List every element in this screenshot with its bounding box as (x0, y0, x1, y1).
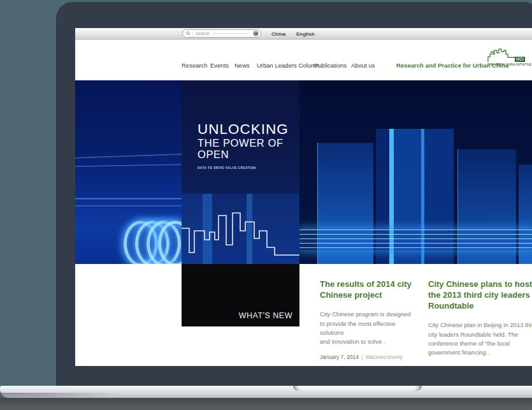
hero-title-line2: THE POWER OF OPEN (198, 137, 299, 161)
ground-shadow (0, 398, 532, 410)
article-date: January 7, 2014 (320, 354, 359, 360)
lang-china-link[interactable]: China (271, 31, 285, 37)
article-category-link[interactable]: Macroeconomy (366, 354, 403, 360)
article-card: City Chinese plans to host the 2013 thir… (428, 279, 532, 366)
hero-slide-panel: UNLOCKING THE POWER OF OPEN DATA TO DRIV… (182, 80, 299, 264)
whats-new-panel: WHAT'S NEW (182, 264, 299, 326)
article-title-link[interactable]: City Chinese plans to host the 2013 thir… (428, 279, 532, 311)
search-icon (186, 31, 191, 36)
hero-image-left (75, 80, 182, 264)
hero-image-right (299, 80, 532, 264)
meta-separator: | (360, 354, 364, 360)
language-switcher: China · English (271, 28, 315, 40)
article-excerpt: City Chinese plan in Beijing in 2013 thi… (428, 321, 532, 357)
logo-name: THE URBAN CHINA INITIATIVE (487, 63, 532, 66)
search-divider: | (192, 31, 194, 36)
lang-english-link[interactable]: English (296, 31, 315, 37)
nav-item-news[interactable]: News (234, 62, 250, 69)
website: Research Events News Urban Leaders Colum… (75, 40, 532, 366)
article-excerpt: City Chinese program is designed to prov… (320, 310, 421, 346)
hero-title-line1: UNLOCKING (198, 122, 299, 137)
whats-new-heading: WHAT'S NEW (239, 311, 299, 326)
article-meta: January 7, 2014 | Macroeconomy (320, 354, 421, 360)
browser-toolbar: | Search China · English (75, 28, 532, 40)
nav-item-about-us[interactable]: About us (351, 62, 375, 69)
laptop-mockup: | Search China · English Research Events… (0, 0, 532, 410)
search-go-button[interactable] (253, 31, 259, 36)
article-excerpt: More than 20 city experts attended the m… (428, 364, 532, 366)
nav-item-events[interactable]: Events (210, 62, 229, 69)
logo-acronym: UCI (515, 57, 525, 62)
hero-subtitle: DATA TO DRIVE VALUE CREATION (198, 166, 299, 170)
uci-logo[interactable]: UCI THE URBAN CHINA INITIATIVE (487, 48, 532, 66)
lang-separator: · (290, 31, 292, 37)
city-skyline-outline-icon (182, 212, 299, 264)
nav-item-research[interactable]: Research (182, 62, 208, 69)
article-title-link[interactable]: The results of 2014 city Chinese project (320, 279, 421, 300)
light-streaks (299, 230, 532, 250)
screen-content: | Search China · English Research Events… (75, 28, 532, 366)
nav-item-publications[interactable]: Publications (314, 62, 347, 69)
laptop-lid-notch (293, 386, 422, 391)
search-input[interactable]: | Search (182, 29, 261, 38)
article-card: The results of 2014 city Chinese project… (320, 279, 421, 366)
search-placeholder: Search (196, 31, 210, 36)
hero-text: UNLOCKING THE POWER OF OPEN DATA TO DRIV… (198, 122, 299, 170)
logo-skyline-icon (487, 48, 517, 62)
search-dotted-leader (213, 33, 249, 34)
nav-item-urban-leaders-column[interactable]: Urban Leaders Column (257, 62, 319, 69)
